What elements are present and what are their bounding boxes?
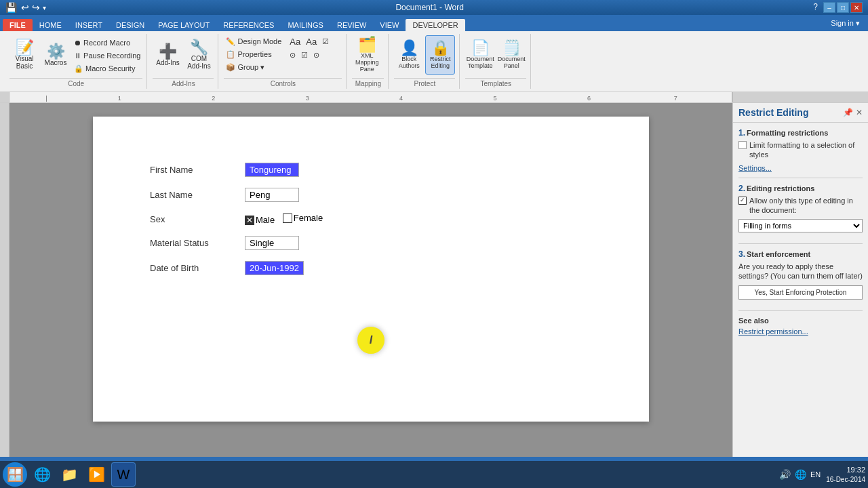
firstname-value[interactable]: Tongureng: [242, 157, 595, 182]
ruler-mark-7: 7: [674, 95, 677, 102]
restrict-editing-button[interactable]: 🔒 Restrict Editing: [425, 35, 455, 75]
visual-basic-button[interactable]: 📝 Visual Basic: [9, 35, 39, 75]
sign-in-button[interactable]: Sign in ▾: [825, 17, 865, 30]
addins-button[interactable]: ➕ Add-Ins: [153, 35, 182, 75]
restrict-permission-link[interactable]: Restrict permission...: [738, 327, 863, 336]
quick-access-area: 💾 ↩ ↪ ▾: [5, 2, 46, 13]
macro-security-button[interactable]: 🔒 Macro Security: [72, 62, 142, 75]
section3-title: Start enforcement: [747, 250, 810, 258]
section1-num: 1.: [738, 128, 745, 138]
lastname-value[interactable]: Peng: [242, 182, 595, 207]
start-enforcing-button[interactable]: Yes, Start Enforcing Protection: [738, 285, 863, 300]
dob-field[interactable]: 20-Jun-1992: [245, 261, 304, 275]
properties-button[interactable]: 📋 Properties: [224, 48, 283, 60]
folder-icon[interactable]: 📁: [57, 462, 81, 487]
mapping-group-label: Mapping: [352, 78, 384, 87]
section3: 3. Start enforcement Are you ready to ap…: [738, 249, 863, 305]
marital-status-field[interactable]: Single: [245, 236, 299, 250]
ruler-mark-5: 5: [494, 95, 497, 102]
dob-label: Date of Birth: [147, 256, 242, 281]
settings-link[interactable]: Settings...: [738, 164, 863, 172]
control-btn-6[interactable]: ⊙: [311, 49, 321, 61]
female-checkbox[interactable]: [283, 214, 292, 223]
dob-value[interactable]: 20-Jun-1992: [242, 256, 595, 281]
section-divider-1: [738, 178, 863, 178]
addins-icon: ➕: [159, 44, 177, 59]
control-btn-1[interactable]: Aa: [288, 35, 302, 47]
control-btn-5[interactable]: ☑: [299, 49, 310, 61]
tab-review[interactable]: REVIEW: [330, 19, 373, 31]
editing-type-dropdown[interactable]: Filling in forms No changes (Read only) …: [738, 219, 863, 232]
clock-time: 19:32: [826, 465, 865, 474]
document-panel-icon: 🗒️: [502, 41, 521, 56]
tab-insert[interactable]: INSERT: [68, 19, 109, 31]
panel-close-icon[interactable]: ✕: [856, 108, 863, 117]
undo-qa-icon[interactable]: ↩: [21, 2, 29, 13]
left-margin: [0, 103, 9, 457]
minimize-button[interactable]: –: [823, 2, 835, 13]
female-checkbox-field[interactable]: Female: [283, 213, 323, 223]
ribbon-group-templates: 📄 Document Template 🗒️ Document Panel Te…: [461, 34, 531, 89]
ruler-area: | 1 2 3 4 5 6 7: [0, 92, 868, 103]
record-macro-button[interactable]: ⏺ Record Macro: [72, 37, 142, 49]
addins-group-label: Add-Ins: [153, 78, 214, 87]
form-table: First Name Tongureng Last Name Peng Sex: [147, 157, 595, 281]
visual-basic-label: Visual Basic: [11, 55, 38, 70]
ie-icon[interactable]: 🌐: [30, 462, 54, 487]
male-checkbox[interactable]: ✕: [245, 216, 254, 225]
tab-view[interactable]: VIEW: [373, 19, 406, 31]
male-checkbox-field[interactable]: ✕ Male: [245, 215, 275, 225]
section1-header: 1. Formatting restrictions: [738, 128, 863, 138]
com-addins-icon: 🔧: [190, 40, 208, 55]
control-btn-4[interactable]: ⊙: [288, 49, 298, 61]
save-qa-icon[interactable]: 💾: [5, 2, 17, 13]
document-template-button[interactable]: 📄 Document Template: [465, 35, 495, 75]
firstname-field[interactable]: Tongureng: [245, 163, 299, 177]
ruler: | 1 2 3 4 5 6 7: [9, 92, 732, 102]
media-player-icon[interactable]: ▶️: [84, 462, 108, 487]
tab-page-layout[interactable]: PAGE LAYOUT: [151, 19, 216, 31]
control-btn-3[interactable]: ☑: [320, 35, 331, 47]
redo-qa-icon[interactable]: ↪: [32, 2, 40, 13]
taskbar-right: 🔊 🌐 EN 19:32 16-Dec-2014: [779, 465, 865, 483]
tab-file[interactable]: FILE: [3, 19, 33, 31]
block-authors-button[interactable]: 👤 Block Authors: [394, 35, 424, 75]
tab-developer[interactable]: DEVELOPER: [406, 19, 465, 31]
panel-header-icons: 📌 ✕: [843, 108, 863, 117]
section3-num: 3.: [738, 249, 745, 259]
com-addins-button[interactable]: 🔧 COM Add-Ins: [184, 35, 214, 75]
tab-references[interactable]: REFERENCES: [216, 19, 281, 31]
panel-pushpin-icon[interactable]: 📌: [843, 108, 853, 117]
doc-area[interactable]: First Name Tongureng Last Name Peng Sex: [9, 103, 732, 457]
close-button[interactable]: ✕: [850, 2, 863, 13]
xml-mapping-pane-button[interactable]: 🗂️ XML Mapping Pane: [352, 35, 382, 75]
female-label: Female: [294, 213, 323, 223]
lastname-field[interactable]: Peng: [245, 188, 299, 202]
ribbon-group-mapping: 🗂️ XML Mapping Pane Mapping: [348, 34, 389, 89]
document-page: First Name Tongureng Last Name Peng Sex: [93, 117, 649, 422]
section2: 2. Editing restrictions Allow only this …: [738, 184, 863, 239]
pause-recording-button[interactable]: ⏸ Pause Recording: [72, 49, 142, 62]
tab-home[interactable]: HOME: [33, 19, 68, 31]
maximize-button[interactable]: □: [837, 2, 849, 13]
design-mode-button[interactable]: ✏️ Design Mode: [224, 35, 283, 47]
group-button[interactable]: 📦 Group ▾: [224, 61, 283, 73]
help-icon[interactable]: ?: [813, 2, 818, 13]
marital-status-label: Material Status: [147, 230, 242, 256]
document-panel-button[interactable]: 🗒️ Document Panel: [496, 35, 526, 75]
control-btn-2[interactable]: Aa: [304, 35, 319, 47]
start-button[interactable]: 🪟: [3, 462, 27, 487]
section1-checkbox[interactable]: [738, 141, 747, 149]
section2-checkbox[interactable]: [738, 197, 747, 205]
macros-button[interactable]: ⚙️ Macros: [41, 35, 71, 75]
xml-mapping-icon: 🗂️: [358, 37, 376, 52]
code-group-label: Code: [9, 78, 142, 87]
document-template-icon: 📄: [471, 41, 490, 56]
sex-label: Sex: [147, 207, 242, 230]
taskbar: 🪟 🌐 📁 ▶️ W 🔊 🌐 EN 19:32 16-Dec-2014: [0, 461, 868, 488]
see-also-divider: [738, 310, 863, 311]
marital-status-value[interactable]: Single: [242, 230, 595, 256]
tab-design[interactable]: DESIGN: [109, 19, 151, 31]
word-taskbar-icon[interactable]: W: [111, 462, 136, 487]
tab-mailings[interactable]: MAILINGS: [281, 19, 330, 31]
